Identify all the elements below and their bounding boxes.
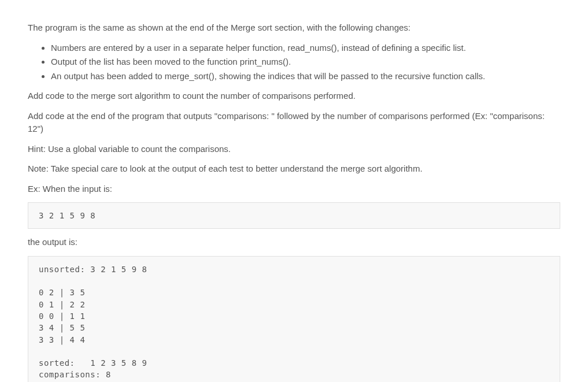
add-count-text: Add code to the merge sort algorithm to … [28,90,560,103]
intro-text: The program is the same as shown at the … [28,21,560,35]
changes-list: Numbers are entered by a user in a separ… [28,42,560,83]
list-item: Output of the list has been moved to the… [51,55,560,69]
add-output-text: Add code at the end of the program that … [28,110,560,136]
input-code-block: 3 2 1 5 9 8 [28,202,560,229]
list-item: An output has been added to merge_sort()… [51,70,560,83]
output-code-block: unsorted: 3 2 1 5 9 8 0 2 | 3 5 0 1 | 2 … [28,256,560,382]
hint-text: Hint: Use a global variable to count the… [28,143,560,156]
list-item: Numbers are entered by a user in a separ… [51,42,560,55]
note-text: Note: Take special care to look at the o… [28,162,560,176]
output-label: the output is: [28,236,560,249]
example-label: Ex: When the input is: [28,183,560,196]
